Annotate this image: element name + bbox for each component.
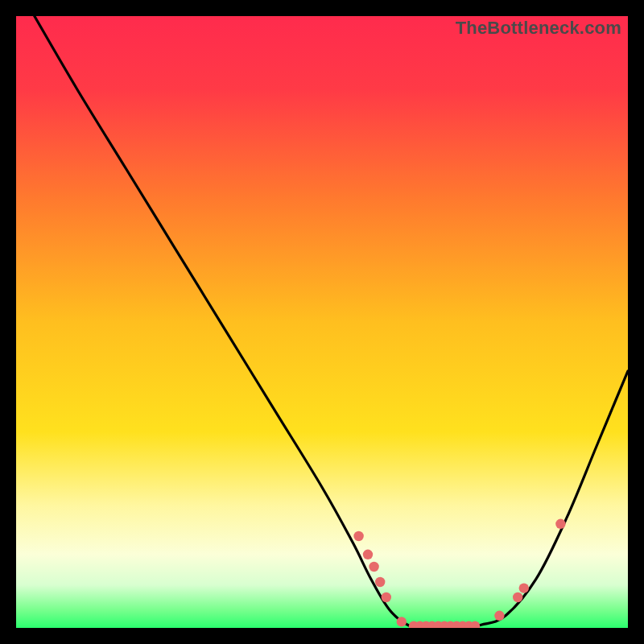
- data-marker: [513, 592, 522, 602]
- data-marker: [353, 531, 363, 541]
- watermark-text: TheBottleneck.com: [456, 18, 621, 39]
- data-marker: [519, 583, 529, 592]
- data-marker: [382, 592, 391, 602]
- data-marker: [369, 562, 378, 572]
- data-marker: [494, 611, 504, 621]
- data-marker: [363, 550, 373, 559]
- data-marker: [375, 577, 385, 587]
- gradient-background: [16, 16, 628, 628]
- chart-frame: TheBottleneck.com: [16, 16, 628, 628]
- bottleneck-chart: [16, 16, 628, 628]
- data-marker: [397, 617, 407, 626]
- data-marker: [555, 519, 565, 529]
